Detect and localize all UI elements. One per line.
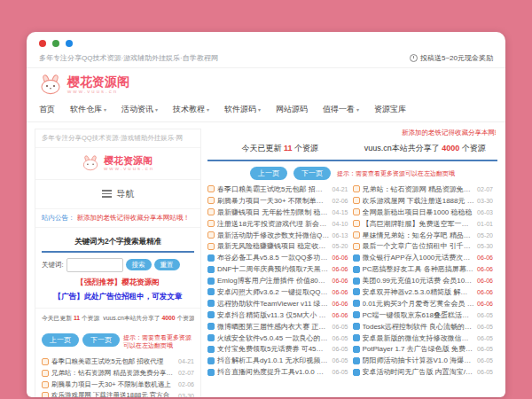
- list-item[interactable]: 火绒安全软件v5.0.45 一款良心的国产安全软件 06-05: [207, 332, 348, 344]
- list-item[interactable]: 【高巨潮牌鞋服】免费送空军一号黑或1970s 01-01: [353, 218, 494, 230]
- resource-title[interactable]: 布谷必备工具v5.8.5 一款QQ多功能工具软件: [217, 253, 330, 262]
- close-button-icon[interactable]: [39, 40, 46, 47]
- nav-item[interactable]: 技术教程 ▾: [173, 104, 209, 115]
- resource-title[interactable]: PC恶搞整好友工具 各种恶搞屏幕整蛊专家 放: [363, 264, 475, 274]
- prev-page-button[interactable]: 上一页: [250, 167, 287, 180]
- resource-title[interactable]: 微众银行APP存入1000元话费次日可以获得现: [363, 253, 475, 262]
- resource-title[interactable]: 全网最新稳出项目日暴1000 稳稳稳: [363, 207, 475, 217]
- resource-title[interactable]: 远程协助软件TeamViewer v11 绿色版 方便: [217, 299, 330, 309]
- resource-title[interactable]: 兄弟站：钻石资源网 精品资源免费分享基地: [363, 184, 475, 194]
- resource-title[interactable]: 微博晒图第三届性感内衣大赛 正规美图晒行纹: [217, 322, 330, 332]
- list-item[interactable]: 远程协助软件TeamViewer v11 绿色版 方便 06-06: [207, 298, 348, 309]
- resource-title[interactable]: 抖音直播间热度提升工具v1.0.0 直播间自动发: [217, 367, 330, 377]
- list-item[interactable]: 支付宝免费领取5元话费券 可45元充值三网50 06-05: [207, 343, 348, 355]
- resource-title[interactable]: 最新无风险稳赚赚钱项目 稳定收入200-500元: [217, 241, 330, 251]
- list-item[interactable]: 布谷必备工具v5.8.5 一款QQ多功能工具软件 06-06: [207, 252, 348, 263]
- resource-title[interactable]: 【高巨潮牌鞋服】免费送空军一号黑或1970s: [363, 219, 475, 229]
- list-item[interactable]: 最后一个文章广告位招租中 引千万流 聚八方 05-30: [353, 240, 494, 252]
- resource-title[interactable]: 最后一个文章广告位招租中 引千万流 聚八方: [363, 241, 475, 251]
- nav-item[interactable]: 首页: [39, 104, 55, 115]
- list-item[interactable]: 星妹情兄弟站：知名分享吧 精品资源分享基地 05-20: [353, 230, 494, 241]
- list-item[interactable]: PotPlayer 1.7 去广告绿色版 免费全能影音播 06-05: [353, 343, 494, 355]
- list-item[interactable]: 刷腾暴力项目一天30+ 不限制单数机遇上车 02-06: [207, 195, 348, 207]
- resource-title[interactable]: 抖音解析工具dy1.0.1 无水印视频一键解析软件: [217, 356, 330, 365]
- list-item[interactable]: 美团0.99元充值10元话费 会员10元话费秒到 06-06: [353, 275, 494, 286]
- resource-title[interactable]: 欢乐游戏屋网 下载注册送1888元 官方合: [51, 391, 176, 397]
- list-item[interactable]: 最新无风险稳赚赚钱项目 稳定收入200-500元 05-20: [207, 240, 348, 252]
- resource-title[interactable]: DNF十二周年庆典预约领取7天黑钻 回归用户: [217, 264, 330, 274]
- resource-title[interactable]: 刷腾暴力项目一天30+ 不限制单数机遇上车: [217, 196, 330, 206]
- resource-title[interactable]: 安卓闪照大师v3.6.2 一键提取QQ好友发送的闪照: [217, 287, 330, 297]
- list-item[interactable]: 最新活动助手修改步数支持微信QQ+ZFB步 06-13: [207, 230, 348, 241]
- list-item[interactable]: 兄弟站：钻石资源网 精品资源免费分享基地 02-07: [353, 184, 494, 195]
- logo-text-block[interactable]: 樱花资源阁 www.vuus.cn: [67, 75, 129, 95]
- list-item[interactable]: Todesk远程控制软件 良心流畅的远程协助工具 06-05: [353, 321, 494, 332]
- recommend-promo-link[interactable]: 【强烈推荐】樱花资源阁: [42, 274, 194, 289]
- list-item[interactable]: Emlog博客用户注册插件 价值80元免费分享 06-06: [207, 275, 348, 286]
- resource-title[interactable]: 最新赚钱项目 无年龄性别限制 稳定日暴300+: [217, 207, 330, 217]
- list-item[interactable]: 安卓抖音精简版v11.3 仅5M大小 支持账号登录 06-06: [207, 309, 348, 321]
- resource-title[interactable]: 春季口粮美霸王试吃5元包邮 招收代理: [217, 184, 330, 194]
- resource-title[interactable]: Todesk远程控制软件 良心流畅的远程协助工具: [363, 322, 475, 332]
- list-item[interactable]: 欢乐游戏屋网 下载注册送1888元 官方合 03-30: [42, 390, 194, 397]
- resource-title[interactable]: 兄弟站：钻石资源网 精品资源免费分享基地: [51, 369, 176, 378]
- list-item[interactable]: PC恶搞整好友工具 各种恶搞屏幕整蛊专家 放 06-06: [353, 263, 494, 275]
- list-item[interactable]: DNF十二周年庆典预约领取7天黑钻 回归用户 06-06: [207, 263, 348, 275]
- next-page-button[interactable]: 下一页: [82, 333, 120, 347]
- list-item[interactable]: 春季口粮美霸王试吃5元包邮 招收代理 04-21: [207, 184, 348, 195]
- resource-title[interactable]: 星妹情兄弟站：知名分享吧 精品资源分享基地: [363, 231, 475, 240]
- nav-item[interactable]: 软件源码 ▾: [224, 104, 261, 115]
- minimize-button-icon[interactable]: [52, 40, 59, 47]
- resource-title[interactable]: 火绒安全软件v5.0.45 一款良心的国产安全软件: [217, 333, 330, 343]
- list-item[interactable]: 0.01元购买3个月爱奇艺黄金会员 仅限京东自 06-06: [353, 298, 494, 309]
- resource-title[interactable]: 安卓双开神器v2.5.3.0精简版 解决多账号切换: [363, 287, 475, 297]
- list-item[interactable]: PC端一键领取京东618叠蛋糕活动任务工具 06-05: [353, 309, 494, 321]
- nav-item[interactable]: 资源宝库: [374, 104, 406, 115]
- resource-title[interactable]: Emlog博客用户注册插件 价值80元免费分享: [217, 276, 330, 286]
- list-item[interactable]: 安卓活动时间无广告版 内置淘宝/京东/热中/控 06-05: [353, 366, 494, 378]
- zoom-button-icon[interactable]: [66, 40, 73, 47]
- list-item[interactable]: 注册送18元零投资游戏代理 新会员分红存1000 04-10: [207, 218, 348, 230]
- resource-title[interactable]: 安卓抖音精简版v11.3 仅5M大小 支持账号登录: [217, 310, 330, 320]
- list-item[interactable]: 阴阳师活动抽卡计算器V1.0 海爆必备的一款软 06-05: [353, 355, 494, 366]
- list-item[interactable]: 安卓双开神器v2.5.3.0精简版 解决多账号切换 06-06: [353, 286, 494, 298]
- submit-promo-link[interactable]: 投稿送5~20元现金奖励: [410, 53, 493, 63]
- list-item[interactable]: 微众银行APP存入1000元话费次日可以获得现 06-06: [353, 252, 494, 263]
- list-item[interactable]: 春季口粮美霸王试吃5元包邮 招收代理 04-21: [42, 356, 194, 367]
- list-item[interactable]: 安卓最新版的微信支持修改微信号了！iOS版 06-05: [353, 332, 494, 344]
- resource-title[interactable]: 刷腾暴力项目一天30+ 不限制单数机遇上: [51, 380, 176, 389]
- resource-title[interactable]: 春季口粮美霸王试吃5元包邮 招收代理: [51, 357, 176, 366]
- resource-title[interactable]: PotPlayer 1.7 去广告绿色版 免费全能影音播: [363, 344, 475, 354]
- next-page-button[interactable]: 下一页: [293, 167, 331, 180]
- resource-title[interactable]: 欢乐游戏屋网 下载注册送1888元 官方合作: [363, 196, 475, 206]
- resource-title[interactable]: 最新活动助手修改步数支持微信QQ+ZFB步: [217, 231, 330, 240]
- sidebar-nav-toggle[interactable]: 导航: [35, 180, 200, 209]
- ad-slot-link[interactable]: 【广告】此处广告位招租中，可发文章: [42, 289, 194, 306]
- resource-title[interactable]: 安卓活动时间无广告版 内置淘宝/京东/热中/控: [363, 367, 475, 377]
- resource-title[interactable]: PC端一键领取京东618叠蛋糕活动任务工具: [363, 310, 475, 320]
- list-item[interactable]: 安卓闪照大师v3.6.2 一键提取QQ好友发送的闪照 06-06: [207, 286, 348, 298]
- nav-item[interactable]: 网站源码: [276, 104, 308, 115]
- nav-item[interactable]: 软件仓库 ▾: [70, 104, 106, 115]
- reset-button[interactable]: 重置: [154, 259, 180, 270]
- list-item[interactable]: 刷腾暴力项目一天30+ 不限制单数机遇上 02-06: [42, 379, 194, 390]
- resource-title[interactable]: 美团0.99元充值10元话费 会员10元话费秒到: [363, 276, 475, 286]
- resource-title[interactable]: 安卓最新版的微信支持修改微信号了！iOS版: [363, 333, 475, 343]
- resource-title[interactable]: 注册送18元零投资游戏代理 新会员分红存1000: [217, 219, 330, 229]
- prev-page-button[interactable]: 上一页: [42, 333, 79, 347]
- resource-title[interactable]: 0.01元购买3个月爱奇艺黄金会员 仅限京东自: [363, 299, 475, 309]
- keyword-input[interactable]: [66, 258, 123, 272]
- nav-item[interactable]: 活动资讯 ▾: [121, 104, 158, 115]
- list-item[interactable]: 微博晒图第三届性感内衣大赛 正规美图晒行纹 06-05: [207, 321, 348, 332]
- resource-title[interactable]: 阴阳师活动抽卡计算器V1.0 海爆必备的一款软: [363, 356, 475, 365]
- sidebar-logo[interactable]: 樱花资源阁 www.vuus.cn: [35, 148, 200, 180]
- list-item[interactable]: 抖音解析工具dy1.0.1 无水印视频一键解析软件 06-05: [207, 355, 348, 366]
- list-item[interactable]: 欢乐游戏屋网 下载注册送1888元 官方合作 03-30: [353, 195, 494, 207]
- nav-item[interactable]: 值得一看 ▾: [323, 104, 359, 115]
- list-item[interactable]: 全网最新稳出项目日暴1000 稳稳稳 06-03: [353, 207, 494, 218]
- list-item[interactable]: 最新赚钱项目 无年龄性别限制 稳定日暴300+ 04-15: [207, 207, 348, 218]
- list-item[interactable]: 兄弟站：钻石资源网 精品资源免费分享基地 02-07: [42, 367, 194, 379]
- resource-title[interactable]: 支付宝免费领取5元话费券 可45元充值三网50: [217, 344, 330, 354]
- search-button[interactable]: 搜索: [126, 259, 152, 270]
- list-item[interactable]: 抖音直播间热度提升工具v1.0.0 直播间自动发 06-05: [207, 366, 348, 378]
